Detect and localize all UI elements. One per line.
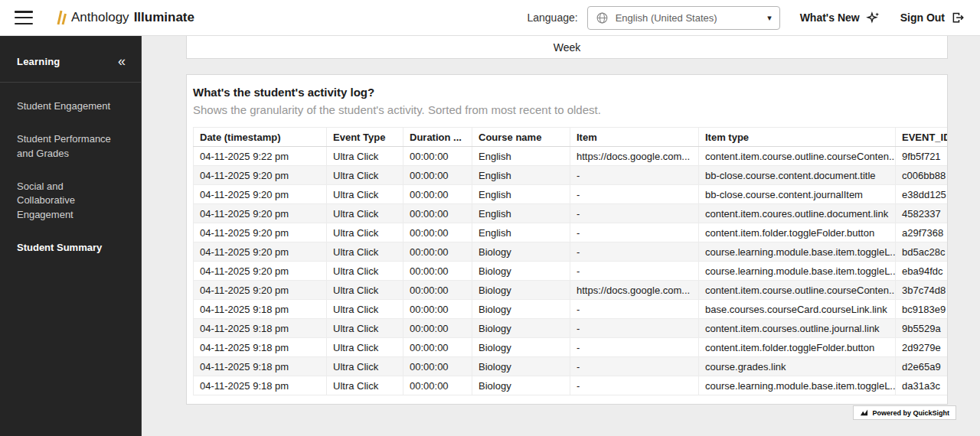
table-cell: Biology [472,242,570,262]
table-cell: Ultra Click [327,281,403,300]
table-row: 04-11-2025 9:20 pmUltra Click00:00:00Bio… [194,262,949,281]
column-header-duration[interactable]: Duration ... [403,128,472,147]
table-cell: content.item.coures.outline.document.lin… [699,204,896,223]
table-cell: 04-11-2025 9:20 pm [194,242,327,262]
whats-new-label: What's New [800,11,860,24]
table-row: 04-11-2025 9:20 pmUltra Click00:00:00Eng… [194,204,949,223]
week-label: Week [554,41,581,54]
sidebar-section-title: Learning [17,56,60,67]
table-cell: - [570,185,699,204]
table-cell: - [570,338,699,357]
table-cell: 2d9279e [896,338,949,357]
table-cell: - [570,376,699,395]
table-row: 04-11-2025 9:18 pmUltra Click00:00:00Bio… [194,338,949,357]
column-header-event-id[interactable]: EVENT_ID [896,128,949,147]
table-cell: - [570,357,699,376]
column-header-item[interactable]: Item [570,128,699,147]
table-cell: Biology [472,319,570,338]
table-cell: da31a3c [896,376,949,395]
table-cell: 04-11-2025 9:22 pm [194,147,327,166]
card-title: What's the student's activity log? [193,86,947,99]
table-row: 04-11-2025 9:18 pmUltra Click00:00:00Bio… [194,319,949,338]
language-dropdown[interactable]: English (United States) ▾ [587,6,780,30]
brand-logo: AnthologyIlluminate [55,9,194,26]
table-cell: 00:00:00 [403,147,472,166]
table-cell: 00:00:00 [403,262,472,281]
sidebar-nav: Student EngagementStudent Performance an… [0,83,141,265]
table-cell: 04-11-2025 9:18 pm [194,319,327,338]
table-cell: Ultra Click [327,262,403,281]
column-header-item-type[interactable]: Item type [699,128,896,147]
sidebar-item-social-and-collaborative-engagement[interactable]: Social and Collaborative Engagement [0,171,141,233]
table-cell: 9b5529a [896,319,949,338]
sign-out-icon [951,11,965,24]
table-cell: English [472,223,570,242]
table-row: 04-11-2025 9:20 pmUltra Click00:00:00Eng… [194,223,949,242]
card-subtitle: Shows the granularity of the student's a… [193,103,947,116]
sidebar-item-student-summary[interactable]: Student Summary [0,232,141,265]
table-cell: 00:00:00 [403,376,472,395]
table-cell: - [570,204,699,223]
table-cell: 04-11-2025 9:18 pm [194,338,327,357]
brand-name-first: Anthology [71,10,129,25]
table-cell: 3b7c74d8 [896,281,949,300]
table-cell: eba94fdc [896,262,949,281]
activity-table-wrap: Date (timestamp)Event TypeDuration ...Co… [193,127,947,395]
table-cell: Ultra Click [327,300,403,319]
table-row: 04-11-2025 9:20 pmUltra Click00:00:00Eng… [194,185,949,204]
sidebar-item-student-engagement[interactable]: Student Engagement [0,90,141,123]
table-cell: content.item.folder.toggleFolder.button [699,338,896,357]
anthology-logo-icon [55,9,67,26]
table-cell: Biology [472,376,570,395]
table-cell: course.grades.link [699,357,896,376]
table-cell: bd5ac28c [896,242,949,262]
table-cell: a29f7368 [896,223,949,242]
sidebar: Learning « Student EngagementStudent Per… [0,36,142,436]
table-cell: Ultra Click [327,376,403,395]
language-label: Language: [527,11,577,24]
table-cell: - [570,223,699,242]
table-cell: https://docs.google.com... [570,281,699,300]
hamburger-menu-icon[interactable] [14,10,34,25]
table-cell: Ultra Click [327,166,403,185]
table-cell: 4582337 [896,204,949,223]
table-cell: content.item.course.outline.courseConten… [699,147,896,166]
powered-by-quicksight-badge[interactable]: Powered by QuickSight [853,405,956,420]
table-cell: content.item.course.outline.courseConten… [699,281,896,300]
table-cell: course.learning.module.base.item.toggleL… [699,262,896,281]
table-cell: - [570,166,699,185]
table-cell: bb-close.course.content.journalItem [699,185,896,204]
sparkle-icon [866,11,880,25]
column-header-course-name[interactable]: Course name [472,128,570,147]
table-cell: Biology [472,281,570,300]
table-row: 04-11-2025 9:20 pmUltra Click00:00:00Eng… [194,166,949,185]
table-cell: d2e65a9 [896,357,949,376]
brand-name-second: Illuminate [134,10,194,25]
sidebar-item-student-performance-and-grades[interactable]: Student Performance and Grades [0,123,141,171]
table-cell: Biology [472,338,570,357]
column-header-event-type[interactable]: Event Type [327,128,403,147]
table-header-row: Date (timestamp)Event TypeDuration ...Co… [194,128,949,147]
table-cell: Ultra Click [327,147,403,166]
table-cell: Ultra Click [327,242,403,262]
table-cell: 00:00:00 [403,300,472,319]
table-row: 04-11-2025 9:18 pmUltra Click00:00:00Bio… [194,357,949,376]
sign-out-button[interactable]: Sign Out [900,11,965,24]
main-content: Week What's the student's activity log? … [142,36,980,436]
table-cell: 04-11-2025 9:18 pm [194,357,327,376]
table-cell: 04-11-2025 9:20 pm [194,281,327,300]
column-header-date-timestamp[interactable]: Date (timestamp) [194,128,327,147]
whats-new-button[interactable]: What's New [800,11,880,25]
table-cell: 04-11-2025 9:20 pm [194,262,327,281]
table-cell: Ultra Click [327,357,403,376]
table-cell: content.item.courses.outline.journal.lin… [699,319,896,338]
sign-out-label: Sign Out [900,11,945,24]
sidebar-collapse-icon[interactable]: « [115,54,129,68]
table-row: 04-11-2025 9:18 pmUltra Click00:00:00Bio… [194,300,949,319]
table-cell: Biology [472,262,570,281]
table-cell: Ultra Click [327,185,403,204]
table-cell: 04-11-2025 9:20 pm [194,223,327,242]
table-body: 04-11-2025 9:22 pmUltra Click00:00:00Eng… [194,147,949,395]
table-cell: 00:00:00 [403,281,472,300]
table-cell: Ultra Click [327,319,403,338]
